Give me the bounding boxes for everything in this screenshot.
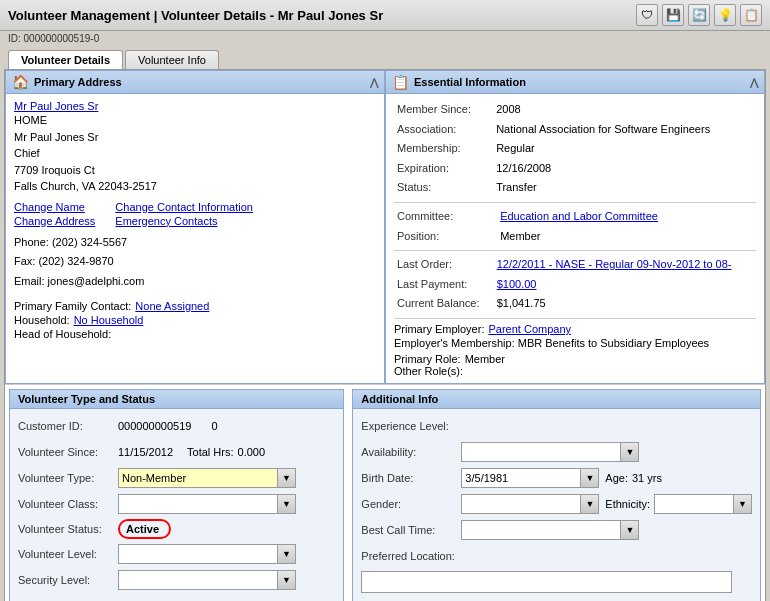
family-contact-link[interactable]: None Assigned	[135, 300, 209, 312]
gender-row: Gender: ▼ Ethnicity: ▼	[361, 493, 752, 515]
table-row: Current Balance: $1,041.75	[394, 294, 756, 314]
household-link[interactable]: No Household	[74, 314, 144, 326]
head-of-household-label: Head of Household:	[14, 328, 111, 340]
ethnicity-input[interactable]	[654, 494, 734, 514]
shield-icon-btn[interactable]: 🛡	[636, 4, 658, 26]
title-icon-group: 🛡 💾 🔄 💡 📋	[636, 4, 762, 26]
bulb-icon-btn[interactable]: 💡	[714, 4, 736, 26]
expiration: 12/16/2008	[493, 159, 756, 179]
volunteer-level-arrow[interactable]: ▼	[278, 544, 296, 564]
record-id: ID: 000000000519-0	[8, 33, 99, 44]
birth-date-row: Birth Date: 3/5/1981 ▼ Age: 31 yrs	[361, 467, 752, 489]
change-address-link[interactable]: Change Address	[14, 215, 95, 227]
association: National Association for Software Engine…	[493, 120, 756, 140]
fax: Fax: (202) 324-9870	[14, 252, 376, 272]
gender-arrow[interactable]: ▼	[581, 494, 599, 514]
birth-date-input[interactable]: 3/5/1981	[461, 468, 581, 488]
tab-volunteer-info[interactable]: Volunteer Info	[125, 50, 219, 69]
best-call-time-arrow[interactable]: ▼	[621, 520, 639, 540]
addr-line3: 7709 Iroquois Ct	[14, 162, 376, 179]
best-call-time-select-wrapper: ▼	[461, 520, 639, 540]
committee-link[interactable]: Education and Labor Committee	[500, 210, 658, 222]
title-bar: Volunteer Management | Volunteer Details…	[0, 0, 770, 31]
volunteer-type-header: Volunteer Type and Status	[10, 390, 343, 409]
ethnicity-arrow[interactable]: ▼	[734, 494, 752, 514]
change-contact-link[interactable]: Change Contact Information	[115, 201, 253, 213]
membership: Regular	[493, 139, 756, 159]
collapse-address-btn[interactable]: ⋀	[370, 77, 378, 88]
table-row: Position: Member	[394, 227, 756, 247]
table-row: Member Since: 2008	[394, 100, 756, 120]
addr-line4: Falls Church, VA 22043-2517	[14, 178, 376, 195]
save-icon-btn[interactable]: 💾	[662, 4, 684, 26]
refresh-icon-btn[interactable]: 🔄	[688, 4, 710, 26]
security-level-input[interactable]	[118, 570, 278, 590]
additional-info-header: Additional Info	[353, 390, 760, 409]
page-title: Volunteer Management | Volunteer Details…	[8, 8, 383, 23]
customer-id-label: Customer ID:	[18, 420, 118, 432]
orders-section: Last Order: 12/2/2011 - NASE - Regular 0…	[394, 250, 756, 314]
total-hrs-label: Total Hrs:	[187, 446, 233, 458]
primary-address-panel: 🏠 Primary Address ⋀ Mr Paul Jones Sr HOM…	[5, 70, 385, 384]
tab-volunteer-details[interactable]: Volunteer Details	[8, 50, 123, 69]
preferred-location-row: Preferred Location:	[361, 545, 752, 567]
last-payment-link[interactable]: $100.00	[497, 278, 537, 290]
preferred-location-input[interactable]	[361, 571, 732, 593]
primary-address-body: Mr Paul Jones Sr HOME Mr Paul Jones Sr C…	[6, 94, 384, 346]
member-since: 2008	[493, 100, 756, 120]
roles-section: Primary Role: Member Other Role(s):	[394, 353, 756, 377]
age-label: Age:	[605, 472, 628, 484]
orders-table: Last Order: 12/2/2011 - NASE - Regular 0…	[394, 255, 756, 314]
volunteer-type-input[interactable]: Non-Member	[118, 468, 278, 488]
availability-arrow[interactable]: ▼	[621, 442, 639, 462]
availability-label: Availability:	[361, 446, 461, 458]
volunteer-class-input[interactable]	[118, 494, 278, 514]
employer-membership-value: MBR Benefits to Subsidiary Employees	[518, 337, 709, 349]
change-name-link[interactable]: Change Name	[14, 201, 95, 213]
table-row: Last Payment: $100.00	[394, 275, 756, 295]
gender-select-wrapper: ▼	[461, 494, 599, 514]
volunteer-class-row: Volunteer Class: ▼	[18, 493, 335, 515]
current-balance: $1,041.75	[494, 294, 756, 314]
email: Email: jones@adelphi.com	[14, 272, 376, 292]
gender-input[interactable]	[461, 494, 581, 514]
contact-info: Phone: (202) 324-5567 Fax: (202) 324-987…	[14, 233, 376, 292]
birth-date-arrow[interactable]: ▼	[581, 468, 599, 488]
employer-section: Primary Employer: Parent Company Employe…	[394, 318, 756, 349]
employer-link[interactable]: Parent Company	[488, 323, 571, 335]
table-row: Last Order: 12/2/2011 - NASE - Regular 0…	[394, 255, 756, 275]
volunteer-level-label: Volunteer Level:	[18, 548, 118, 560]
essential-table: Member Since: 2008 Association: National…	[394, 100, 756, 198]
availability-input[interactable]	[461, 442, 621, 462]
security-level-row: Security Level: ▼	[18, 569, 335, 591]
person-name-link[interactable]: Mr Paul Jones Sr	[14, 100, 98, 112]
customer-id-value: 000000000519	[118, 420, 191, 432]
last-order-link[interactable]: 12/2/2011 - NASE - Regular 09-Nov-2012 t…	[497, 258, 732, 270]
preferred-location-input-row	[361, 571, 752, 593]
best-call-time-input[interactable]	[461, 520, 621, 540]
table-row: Committee: Education and Labor Committee	[394, 207, 756, 227]
family-info: Primary Family Contact: None Assigned Ho…	[14, 300, 376, 340]
volunteer-type-body: Customer ID: 000000000519 0 Volunteer Si…	[10, 409, 343, 601]
bottom-panels: Volunteer Type and Status Customer ID: 0…	[5, 385, 765, 601]
volunteer-level-input[interactable]	[118, 544, 278, 564]
addr-line2: Chief	[14, 145, 376, 162]
volunteer-level-row: Volunteer Level: ▼	[18, 543, 335, 565]
age-value: 31 yrs	[632, 472, 662, 484]
availability-select-wrapper: ▼	[461, 442, 639, 462]
additional-info-panel: Additional Info Experience Level: Availa…	[352, 389, 761, 601]
essential-info-body: Member Since: 2008 Association: National…	[386, 94, 764, 383]
address-icon: 🏠	[12, 74, 29, 90]
security-level-arrow[interactable]: ▼	[278, 570, 296, 590]
table-row: Expiration: 12/16/2008	[394, 159, 756, 179]
id-bar: ID: 000000000519-0	[0, 31, 770, 46]
experience-level-label: Experience Level:	[361, 420, 461, 432]
addr-line1: Mr Paul Jones Sr	[14, 129, 376, 146]
emergency-contacts-link[interactable]: Emergency Contacts	[115, 215, 253, 227]
best-call-time-row: Best Call Time: ▼	[361, 519, 752, 541]
info-icon-btn[interactable]: 📋	[740, 4, 762, 26]
volunteer-class-arrow[interactable]: ▼	[278, 494, 296, 514]
collapse-essential-btn[interactable]: ⋀	[750, 77, 758, 88]
volunteer-class-select-wrapper: ▼	[118, 494, 296, 514]
volunteer-type-arrow[interactable]: ▼	[278, 468, 296, 488]
